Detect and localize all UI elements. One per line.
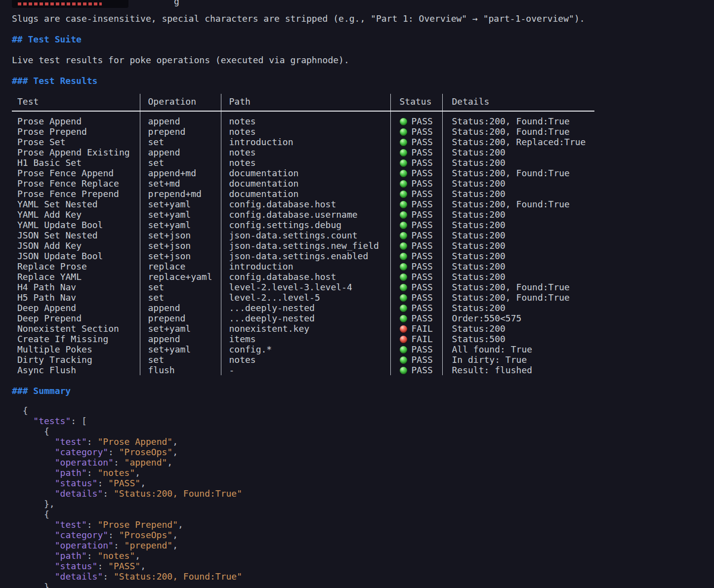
- pass-status-icon: [400, 274, 407, 281]
- code-line: "test": "Prose Prepend",: [12, 519, 702, 530]
- json-key: "tests": [33, 416, 71, 426]
- details-cell: Status:200: [442, 240, 594, 251]
- test-name-cell: YAML Set Nested: [12, 199, 140, 209]
- pass-status-icon: [400, 201, 407, 208]
- json-punctuation: }: [12, 582, 49, 588]
- test-name-cell: Prose Append Existing: [12, 147, 140, 157]
- table-row: Dirty TrackingsetnotesPASSIn dirty: True: [12, 354, 594, 365]
- status-label: PASS: [412, 178, 433, 189]
- table-row: JSON Update Boolset+jsonjson-data.settin…: [12, 251, 594, 261]
- path-cell: ...deeply-nested: [221, 303, 390, 313]
- pass-status-icon: [400, 294, 407, 302]
- json-punctuation: [12, 416, 33, 426]
- path-cell: documentation: [221, 178, 390, 189]
- details-cell: Status:200: [442, 261, 594, 272]
- status-label: PASS: [412, 261, 433, 272]
- json-punctuation: [12, 540, 55, 550]
- operation-cell: set: [140, 137, 221, 147]
- test-name-cell: H5 Path Nav: [12, 292, 140, 303]
- json-punctuation: ,: [172, 530, 178, 540]
- json-punctuation: ,: [140, 478, 146, 488]
- code-line: "tests": [: [12, 416, 702, 426]
- json-key: "path": [55, 468, 87, 478]
- status-cell: PASS: [390, 220, 442, 230]
- table-row: Prose Fence Appendappend+mddocumentation…: [12, 168, 594, 178]
- path-cell: level-2...level-5: [221, 292, 390, 303]
- table-row: Async Flushflush-PASSResult: flushed: [12, 365, 594, 375]
- details-cell: Status:200, Found:True: [442, 282, 594, 292]
- table-row: Replace ProsereplaceintroductionPASSStat…: [12, 261, 594, 272]
- json-string: "Status:200, Found:True": [114, 488, 242, 499]
- fail-status-icon: [400, 325, 407, 333]
- json-punctuation: :: [114, 457, 125, 468]
- json-key: "test": [55, 519, 87, 530]
- pass-status-icon: [400, 232, 407, 239]
- pass-status-icon: [400, 315, 407, 322]
- pass-status-icon: [400, 139, 407, 146]
- json-string: "Prose Prepend": [97, 519, 178, 530]
- table-row: Prose PrependprependnotesPASSStatus:200,…: [12, 126, 594, 137]
- status-cell: PASS: [390, 251, 442, 261]
- test-name-cell: Replace Prose: [12, 261, 140, 272]
- path-cell: config.database.username: [221, 209, 390, 220]
- results-table: TestOperationPathStatusDetails Prose App…: [12, 94, 594, 375]
- json-punctuation: [12, 550, 55, 561]
- json-string: "prepend": [125, 540, 173, 550]
- json-punctuation: :: [87, 519, 98, 530]
- json-punctuation: :: [114, 540, 125, 550]
- operation-cell: set+yaml: [140, 209, 221, 220]
- test-name-cell: YAML Add Key: [12, 209, 140, 220]
- json-key: "details": [55, 571, 103, 582]
- pass-status-icon: [400, 128, 407, 136]
- details-cell: Status:200, Found:True: [442, 111, 594, 126]
- operation-cell: set+json: [140, 230, 221, 240]
- status-label: PASS: [412, 251, 433, 261]
- status-cell: PASS: [390, 230, 442, 240]
- clipped-text-fragment: g: [174, 0, 179, 6]
- operation-cell: prepend+md: [140, 189, 221, 199]
- details-cell: Status:500: [442, 334, 594, 344]
- status-label: PASS: [412, 365, 433, 375]
- path-cell: json-data.settings.new_field: [221, 240, 390, 251]
- table-row: H4 Path Navsetlevel-2.level-3.level-4PAS…: [12, 282, 594, 292]
- json-punctuation: ,: [167, 457, 172, 468]
- test-name-cell: JSON Add Key: [12, 240, 140, 251]
- json-key: "path": [55, 550, 87, 561]
- table-row: YAML Add Keyset+yamlconfig.database.user…: [12, 209, 594, 220]
- test-name-cell: Prose Fence Prepend: [12, 189, 140, 199]
- status-cell: FAIL: [390, 323, 442, 334]
- details-cell: Result: flushed: [442, 365, 594, 375]
- json-string: "PASS": [108, 561, 140, 571]
- column-header-test: Test: [12, 94, 140, 111]
- json-key: "status": [55, 478, 98, 488]
- json-punctuation: {: [12, 509, 49, 519]
- status-cell: PASS: [390, 178, 442, 189]
- table-row: YAML Update Boolset+yamlconfig.settings.…: [12, 220, 594, 230]
- test-name-cell: Replace YAML: [12, 272, 140, 282]
- json-key: "category": [55, 447, 108, 457]
- path-cell: notes: [221, 126, 390, 137]
- table-row: Prose SetsetintroductionPASSStatus:200, …: [12, 137, 594, 147]
- status-cell: PASS: [390, 282, 442, 292]
- code-line: {: [12, 405, 702, 416]
- json-string: "ProseOps": [119, 447, 172, 457]
- terminal-markdown-view: g Slugs are case-insensitive, special ch…: [0, 0, 714, 588]
- status-label: PASS: [412, 282, 433, 292]
- pass-status-icon: [400, 180, 407, 188]
- table-row: JSON Set Nestedset+jsonjson-data.setting…: [12, 230, 594, 240]
- json-punctuation: [12, 447, 55, 457]
- pass-status-icon: [400, 191, 407, 198]
- path-cell: level-2.level-3.level-4: [221, 282, 390, 292]
- pass-status-icon: [400, 170, 407, 177]
- code-line: "test": "Prose Append",: [12, 436, 702, 447]
- path-cell: config.database.host: [221, 272, 390, 282]
- status-cell: PASS: [390, 344, 442, 354]
- pass-status-icon: [400, 149, 407, 157]
- table-row: Prose Fence Prependprepend+mddocumentati…: [12, 189, 594, 199]
- test-name-cell: Deep Prepend: [12, 313, 140, 323]
- json-punctuation: [12, 478, 55, 488]
- test-name-cell: Prose Prepend: [12, 126, 140, 137]
- json-punctuation: [12, 530, 55, 540]
- status-cell: PASS: [390, 111, 442, 126]
- path-cell: config.settings.debug: [221, 220, 390, 230]
